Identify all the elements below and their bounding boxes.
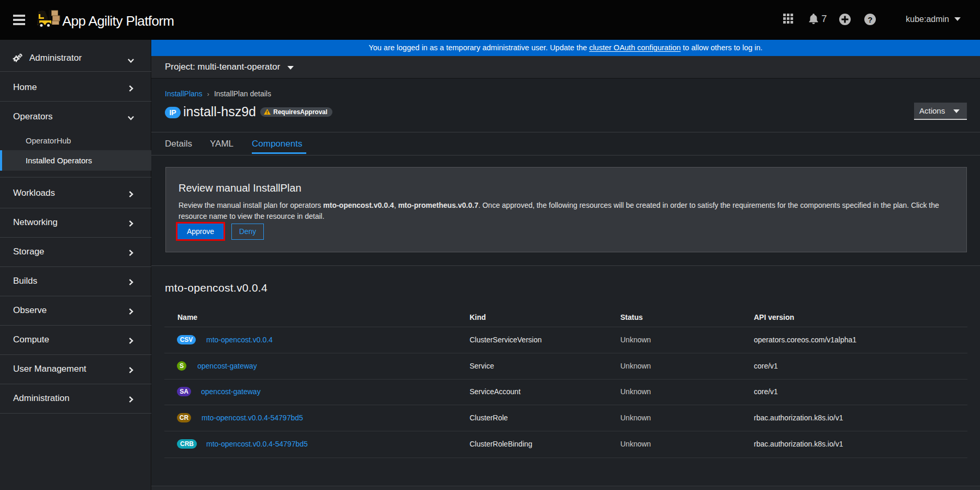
svg-text:?: ? bbox=[867, 15, 872, 24]
